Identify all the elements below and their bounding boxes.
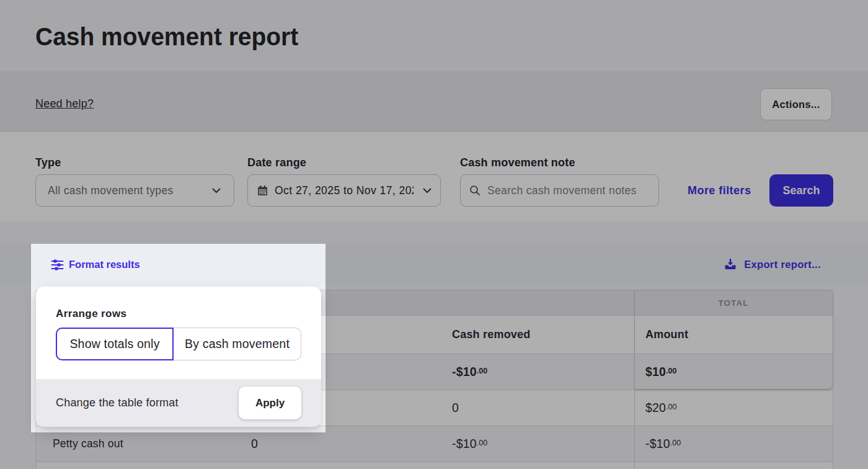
filters-panel: Type All cash movement types Date range	[0, 132, 868, 221]
toolbar: Need help? Actions...	[0, 71, 868, 132]
search-button[interactable]: Search	[769, 174, 833, 207]
page-header: Cash movement report	[0, 0, 868, 71]
chevron-down-icon	[212, 188, 221, 194]
popover-body: Arrange rows Show totals onlyBy cash mov…	[36, 287, 321, 379]
table-cell: -$10.00	[436, 354, 634, 390]
table-cell: $10.00	[634, 354, 833, 390]
need-help-link[interactable]: Need help?	[35, 97, 94, 110]
popover-footer-text: Change the table format	[56, 396, 179, 409]
table-row: Petty cash out0-$10.00-$10.00	[37, 426, 833, 462]
format-results-label: Format results	[69, 259, 140, 270]
column-header: Cash removed	[436, 316, 634, 354]
arrange-rows-option-show-totals-only[interactable]: Show totals only	[56, 328, 174, 360]
table-cell: 0	[436, 390, 634, 426]
note-search-input[interactable]: Search cash movement notes	[460, 174, 659, 207]
download-icon	[724, 259, 737, 270]
format-results-popover: Arrange rows Show totals onlyBy cash mov…	[36, 287, 321, 427]
group-header-total: TOTAL	[634, 290, 833, 315]
total-column-separator	[634, 290, 635, 469]
table-cell: $20.00	[634, 390, 833, 426]
export-report-link[interactable]: Export report...	[724, 244, 821, 285]
table-cell	[37, 462, 235, 469]
cash-movement-report-page: Cash movement report Need help? Actions.…	[0, 0, 868, 469]
column-header: Amount	[634, 316, 833, 354]
actions-button[interactable]: Actions...	[760, 88, 832, 120]
note-label: Cash movement note	[460, 156, 575, 169]
table-cell	[436, 462, 634, 469]
arrange-rows-option-by-cash-movement[interactable]: By cash movement	[174, 328, 301, 360]
format-results-link[interactable]: Format results	[51, 244, 140, 285]
table-cell: Petty cash out	[37, 426, 235, 462]
table-cell: -$10.00	[436, 426, 634, 462]
note-search-placeholder: Search cash movement notes	[487, 184, 637, 197]
date-range-label: Date range	[247, 156, 306, 169]
type-label: Type	[35, 156, 61, 169]
arrange-rows-heading: Arrange rows	[56, 308, 301, 320]
page-title: Cash movement report	[35, 23, 298, 51]
date-range-value: Oct 27, 2025 to Nov 17, 2025	[275, 184, 414, 197]
popover-footer: Change the table format Apply	[36, 379, 321, 427]
table-cell	[235, 462, 436, 469]
calendar-icon	[257, 185, 268, 197]
sliders-icon	[51, 259, 64, 271]
export-report-label: Export report...	[744, 259, 821, 270]
search-icon	[469, 185, 480, 196]
type-select[interactable]: All cash movement types	[35, 174, 234, 207]
type-select-value: All cash movement types	[48, 184, 174, 197]
date-range-picker[interactable]: Oct 27, 2025 to Nov 17, 2025	[247, 174, 441, 207]
table-cell: -$10.00	[634, 426, 833, 462]
arrange-rows-segmented-control: Show totals onlyBy cash movement	[56, 328, 301, 360]
table-cell	[634, 462, 833, 469]
table-row	[37, 462, 833, 469]
more-filters-link[interactable]: More filters	[688, 174, 751, 207]
group-header-empty	[436, 290, 634, 315]
apply-button[interactable]: Apply	[239, 386, 301, 419]
table-cell: 0	[235, 426, 436, 462]
results-toolbar: Format results Export report...	[0, 244, 868, 285]
chevron-down-icon	[423, 188, 432, 194]
